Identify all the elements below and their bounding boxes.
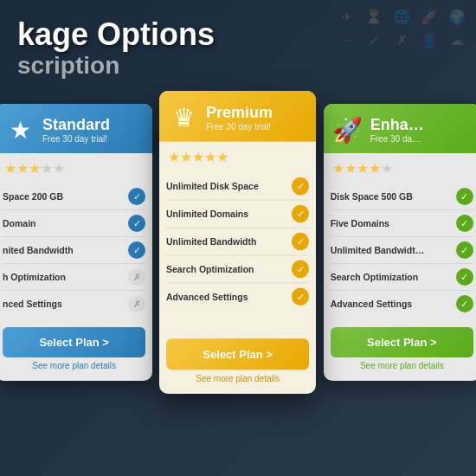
premium-see-more[interactable]: See more plan details (166, 370, 309, 387)
standard-stars: ★★★★★ (0, 153, 152, 180)
plan-premium: ♛ Premium Free 30 day trial! ★★★★★ Unlim… (159, 91, 316, 394)
check-no-icon: ✗ (128, 268, 145, 286)
list-item: Space 200 GB ✓ (3, 183, 145, 210)
enhanced-see-more[interactable]: See more plan details (331, 357, 473, 374)
list-item: Unlimited Disk Space ✓ (166, 173, 309, 201)
check-icon: ✓ (128, 188, 145, 205)
list-item: Five Domains ✓ (331, 210, 473, 237)
decorative-icon-grid: ✈⏳🌐🚀🌍 →✓✗👤☁ (336, 9, 467, 48)
premium-trial: Free 30 day trial! (206, 122, 273, 132)
check-icon: ✓ (293, 205, 310, 223)
page-title-line2: scription (17, 52, 215, 80)
premium-icon: ♛ (168, 103, 199, 132)
check-icon: ✓ (456, 241, 473, 259)
plan-standard: ★ Standard Free 30 day trial! ★★★★★ Spac… (0, 104, 152, 381)
check-no-icon: ✗ (128, 295, 145, 312)
check-icon: ✓ (293, 233, 310, 251)
list-item: nced Settings ✗ (3, 291, 145, 317)
list-item: Search Optimization ✓ (166, 255, 309, 283)
list-item: Advanced Settings ✓ (166, 283, 309, 310)
list-item: Unlimited Bandwidt… ✓ (331, 237, 473, 264)
enhanced-footer: Select Plan > See more plan details (324, 320, 476, 381)
enhanced-name: Enha… (370, 117, 424, 132)
list-item: Unlimited Domains ✓ (166, 201, 309, 228)
enhanced-features: Disk Space 500 GB ✓ Five Domains ✓ Unlim… (324, 180, 476, 320)
check-icon: ✓ (293, 261, 310, 279)
plans-container: ★ Standard Free 30 day trial! ★★★★★ Spac… (0, 104, 476, 381)
standard-name: Standard (42, 117, 110, 132)
standard-icon: ★ (4, 116, 35, 145)
check-icon: ✓ (293, 177, 310, 196)
list-item: Search Optimization ✓ (331, 264, 473, 291)
check-icon: ✓ (456, 215, 473, 232)
standard-see-more[interactable]: See more plan details (3, 357, 145, 374)
check-icon: ✓ (293, 288, 310, 306)
check-icon: ✓ (128, 215, 145, 232)
standard-trial: Free 30 day trial! (42, 134, 110, 144)
premium-name: Premium (206, 104, 273, 120)
enhanced-trial: Free 30 da… (370, 134, 424, 144)
premium-stars: ★★★★★ (159, 142, 316, 170)
premium-select-button[interactable]: Select Plan > (166, 338, 309, 370)
standard-header: ★ Standard Free 30 day trial! (0, 104, 152, 153)
check-icon: ✓ (456, 295, 473, 312)
page-title-line1: kage Options (17, 17, 215, 52)
standard-select-button[interactable]: Select Plan > (3, 327, 145, 357)
plan-enhanced: 🚀 Enha… Free 30 da… ★★★★★ Disk Space 500… (324, 104, 476, 381)
list-item: h Optimization ✗ (3, 264, 145, 291)
list-item: Unlimited Bandwidth ✓ (166, 228, 309, 256)
premium-footer: Select Plan > See more plan details (159, 331, 316, 394)
check-icon: ✓ (128, 241, 145, 259)
list-item: Advanced Settings ✓ (331, 291, 473, 317)
list-item: Domain ✓ (3, 210, 145, 237)
enhanced-select-button[interactable]: Select Plan > (331, 327, 473, 357)
enhanced-header: 🚀 Enha… Free 30 da… (324, 104, 476, 153)
premium-header: ♛ Premium Free 30 day trial! (159, 91, 316, 142)
standard-features: Space 200 GB ✓ Domain ✓ nited Bandwidth … (0, 180, 152, 320)
list-item: Disk Space 500 GB ✓ (331, 183, 473, 210)
check-icon: ✓ (456, 188, 473, 205)
premium-features: Unlimited Disk Space ✓ Unlimited Domains… (159, 170, 316, 331)
page-header: kage Options scription (17, 17, 215, 80)
list-item: nited Bandwidth ✓ (3, 237, 145, 264)
enhanced-stars: ★★★★★ (324, 153, 476, 180)
check-icon: ✓ (456, 268, 473, 286)
enhanced-icon: 🚀 (332, 116, 363, 145)
standard-footer: Select Plan > See more plan details (0, 320, 152, 381)
